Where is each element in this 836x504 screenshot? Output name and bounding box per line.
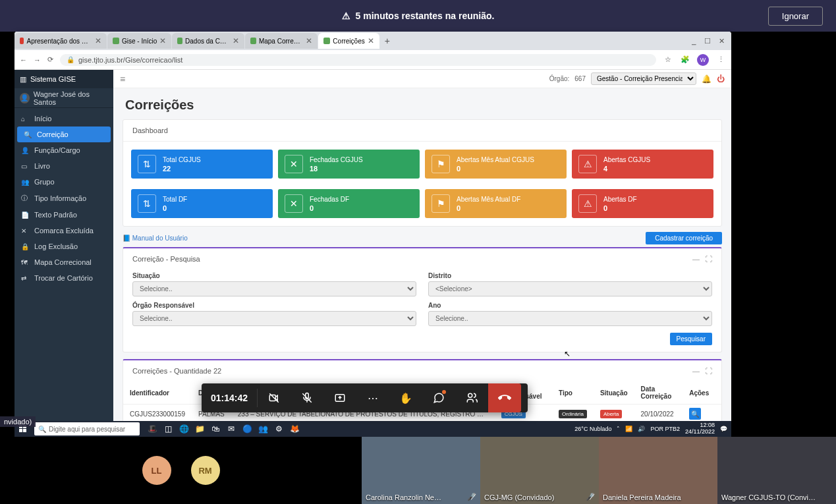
participant-avatar-ll[interactable]: LL: [142, 456, 171, 485]
stat-value: 0: [310, 204, 349, 212]
tab-close-icon[interactable]: ✕: [368, 36, 374, 45]
participant-tile[interactable]: Wagner CGJUS-TO (Convi…: [717, 437, 836, 504]
stat-card[interactable]: ⇅Total DF0: [131, 189, 273, 218]
menu-icon: ⓘ: [21, 194, 29, 203]
taskbar-edge-icon[interactable]: 🌐: [177, 422, 191, 436]
stat-card[interactable]: ⚑Abertas Mês Atual DF0: [425, 189, 567, 218]
tray-date[interactable]: 24/11/2022: [685, 428, 715, 435]
collapse-icon[interactable]: —: [692, 255, 700, 263]
taskbar-mail-icon[interactable]: ✉: [224, 422, 238, 436]
orgao-select[interactable]: Selecione..: [132, 311, 416, 326]
forward-button[interactable]: →: [34, 56, 41, 64]
participants-button[interactable]: [455, 383, 488, 412]
tray-wifi-icon[interactable]: 📶: [625, 426, 632, 432]
power-icon[interactable]: ⏻: [717, 74, 725, 84]
participant-tile[interactable]: Daniela Pereira Madeira: [599, 437, 717, 504]
tray-language[interactable]: POR PTB2: [650, 426, 680, 432]
tray-clock[interactable]: 12:08: [700, 422, 715, 428]
stat-card[interactable]: ⚠Abertas CGJUS4: [572, 150, 713, 179]
browser-tab[interactable]: Mapa Correcional✕: [245, 33, 318, 49]
reload-button[interactable]: ⟳: [47, 55, 53, 64]
url-input[interactable]: 🔒 gise.tjto.jus.br/Gise/correicao/list: [60, 54, 656, 66]
hang-up-button[interactable]: [488, 383, 521, 412]
notification-bell-icon[interactable]: 🔔: [702, 74, 711, 84]
cadastrar-button[interactable]: Cadastrar correição: [646, 232, 722, 244]
window-close-icon[interactable]: ✕: [719, 37, 725, 45]
tab-close-icon[interactable]: ✕: [233, 36, 239, 45]
row-view-button[interactable]: 🔍: [689, 408, 701, 420]
taskbar-firefox-icon[interactable]: 🦊: [287, 422, 302, 436]
browser-tab[interactable]: Correições✕: [318, 33, 379, 49]
participant-tile[interactable]: Carolina Ranzolin Ne…🎤̸: [362, 437, 480, 504]
tab-close-icon[interactable]: ✕: [95, 36, 101, 45]
sidebar-item[interactable]: 🔍Correição: [17, 126, 111, 142]
stat-card[interactable]: ⚠Abertas DF0: [572, 189, 713, 218]
extension-icon[interactable]: 🧩: [680, 55, 690, 65]
distrito-select[interactable]: <Selecione>: [428, 281, 712, 296]
column-header: Ações: [683, 381, 721, 405]
tab-favicon: [20, 38, 24, 44]
manual-link[interactable]: 📘 Manual do Usuário: [123, 235, 188, 242]
tab-close-icon[interactable]: ✕: [306, 36, 312, 45]
taskbar-explorer-icon[interactable]: 📁: [192, 422, 207, 436]
tray-chevron-icon[interactable]: ˄: [617, 426, 620, 432]
expand-icon[interactable]: ⛶: [705, 367, 712, 375]
share-screen-button[interactable]: [323, 383, 356, 412]
sidebar-item[interactable]: 🔒Log Exclusão: [14, 238, 113, 254]
collapse-icon[interactable]: —: [692, 367, 700, 375]
camera-toggle-button[interactable]: [258, 383, 291, 412]
ano-select[interactable]: Selecione..: [428, 311, 712, 326]
tray-volume-icon[interactable]: 🔊: [638, 426, 645, 432]
sidebar-item[interactable]: ⓘTipo Informação: [14, 190, 113, 207]
tab-close-icon[interactable]: ✕: [159, 36, 166, 45]
sidebar-user[interactable]: 👤 Wagner José dos Santos: [14, 88, 113, 108]
sidebar-item[interactable]: 📄Texto Padrão: [14, 207, 113, 223]
sidebar-item[interactable]: 👥Grupo: [14, 174, 113, 190]
taskbar-search[interactable]: 🔍 Digite aqui para pesquisar: [34, 422, 140, 435]
window-minimize-icon[interactable]: ⎯: [692, 37, 696, 45]
guest-label-fragment: nvidado): [0, 416, 36, 427]
taskbar-store-icon[interactable]: 🛍: [208, 422, 223, 436]
situacao-select[interactable]: Selecione..: [132, 281, 416, 296]
hamburger-icon[interactable]: ≡: [120, 74, 125, 84]
browser-tab[interactable]: Gise - Início✕: [107, 33, 171, 49]
participants-initials-area: LL RM: [0, 437, 362, 504]
chat-button[interactable]: [422, 383, 455, 412]
share-icon[interactable]: ☆: [663, 55, 673, 65]
sidebar-item[interactable]: ⌂Início: [14, 111, 113, 126]
window-maximize-icon[interactable]: ☐: [704, 37, 711, 45]
profile-avatar[interactable]: W: [697, 54, 709, 66]
menu-icon[interactable]: ⋮: [715, 55, 726, 65]
expand-icon[interactable]: ⛶: [705, 255, 712, 263]
new-tab-button[interactable]: +: [380, 36, 395, 46]
more-actions-button[interactable]: ⋯: [356, 383, 389, 412]
tray-notifications-icon[interactable]: 💬: [720, 426, 727, 432]
stat-icon: ⚠: [578, 155, 597, 173]
taskbar-taskview-icon[interactable]: ◫: [161, 422, 175, 436]
raise-hand-button[interactable]: ✋: [389, 383, 422, 412]
sidebar-item[interactable]: ⇄Trocar de Cartório: [14, 270, 113, 286]
weather-widget[interactable]: 26°C Nublado: [574, 426, 611, 432]
sidebar-item[interactable]: 🗺Mapa Correcional: [14, 254, 113, 270]
stat-card[interactable]: ⇅Total CGJUS22: [131, 150, 273, 179]
stat-card[interactable]: ✕Fechadas CGJUS18: [278, 150, 420, 179]
taskbar-settings-icon[interactable]: ⚙: [271, 422, 286, 436]
stat-card[interactable]: ✕Fechadas DF0: [278, 189, 420, 218]
taskbar-teams-icon[interactable]: 👥: [256, 422, 270, 436]
sidebar-item[interactable]: ✕Comarca Excluída: [14, 223, 113, 238]
taskbar-cortana-icon[interactable]: 🎩: [145, 422, 159, 436]
back-button[interactable]: ←: [20, 56, 27, 64]
browser-tab-strip: Apresentação dos Sistemas de I…✕Gise - I…: [14, 32, 731, 50]
browser-tab[interactable]: Dados da Correição✕: [172, 33, 244, 49]
gestao-select[interactable]: Gestão - Correição Presencial: [591, 72, 696, 85]
sidebar-item[interactable]: 👤Função/Cargo: [14, 142, 113, 158]
participant-tile[interactable]: CGJ-MG (Convidado)🎤̸: [480, 437, 599, 504]
pesquisar-button[interactable]: Pesquisar: [670, 333, 712, 345]
sidebar-item[interactable]: ▭Livro: [14, 158, 113, 174]
stat-card[interactable]: ⚑Abertas Mês Atual CGJUS0: [425, 150, 567, 179]
taskbar-chrome-icon[interactable]: 🔵: [240, 422, 254, 436]
ignore-button[interactable]: Ignorar: [768, 7, 823, 26]
mic-toggle-button[interactable]: [291, 383, 323, 412]
browser-tab[interactable]: Apresentação dos Sistemas de I…✕: [14, 33, 107, 49]
participant-avatar-rm[interactable]: RM: [191, 456, 220, 485]
